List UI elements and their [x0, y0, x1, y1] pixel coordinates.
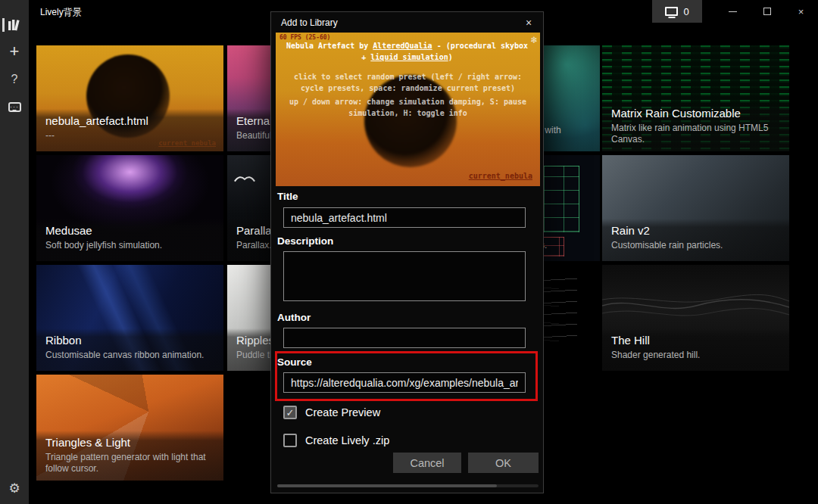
- checkbox-icon: [283, 434, 297, 447]
- author-field-label: Author: [277, 312, 311, 323]
- snowflake-icon: ❄: [531, 34, 537, 45]
- window-controls: 0 ×: [652, 0, 818, 23]
- wallpaper-preview[interactable]: 60 FPS (25-60) ❄ Nebula Artefact by Alte…: [276, 33, 540, 186]
- sidebar-item-add-wallpaper[interactable]: +: [0, 40, 29, 63]
- checkbox-label: Create Preview: [305, 406, 380, 418]
- tile-subtitle: Shader generated hill.: [611, 350, 780, 361]
- preview-title-text: Nebula Artefact by AlteredQualia - (proc…: [285, 41, 529, 63]
- tile-title: Matrix Rain Customizable: [611, 107, 780, 120]
- close-window-button[interactable]: ×: [784, 0, 818, 23]
- tile-title: Triangles & Light: [45, 436, 214, 449]
- tile-subtitle: Triangle pattern generator with light th…: [45, 452, 214, 474]
- preview-watermark-link[interactable]: current_nebula: [469, 172, 532, 180]
- tile-caption: The Hill Shader generated hill.: [602, 328, 789, 371]
- preview-help-line1: click to select random preset (left / ri…: [286, 72, 529, 94]
- description-input[interactable]: [283, 251, 526, 301]
- horizontal-scrollbar-track[interactable]: [277, 484, 539, 487]
- tile-title: Rain v2: [611, 224, 780, 237]
- title-field-label: Title: [277, 191, 298, 202]
- plus-icon: +: [10, 42, 20, 61]
- dialog-title: Add to Library: [281, 17, 338, 28]
- horizontal-scrollbar-thumb[interactable]: [277, 484, 497, 487]
- minimize-icon: [729, 11, 737, 12]
- tile-watermark: current_nebula: [158, 139, 216, 147]
- bird-icon: [233, 172, 256, 184]
- monitor-icon: [665, 7, 678, 16]
- checkbox-label: Create Lively .zip: [305, 434, 389, 446]
- tile-caption: Triangles & Light Triangle pattern gener…: [36, 431, 223, 481]
- sidebar-item-library[interactable]: [0, 14, 29, 36]
- title-input[interactable]: [283, 207, 526, 228]
- display-count: 0: [683, 6, 688, 17]
- source-input[interactable]: [283, 372, 526, 393]
- wallpaper-tile-matrix-rain[interactable]: Matrix Rain Customizable Matrix like rai…: [602, 45, 789, 151]
- sidebar: + ? ··· ⚙: [0, 0, 29, 504]
- cancel-button[interactable]: Cancel: [393, 453, 461, 473]
- close-icon: ×: [798, 6, 804, 17]
- minimize-button[interactable]: [716, 0, 750, 23]
- fps-counter: 60 FPS (25-60): [279, 34, 330, 41]
- sidebar-item-feedback[interactable]: ···: [0, 95, 29, 118]
- hill-waves-graphic: [602, 280, 789, 325]
- author-input[interactable]: [283, 328, 526, 348]
- gear-icon: ⚙: [8, 481, 20, 496]
- library-icon: [8, 19, 21, 31]
- tile-subtitle: Soft body jellyfish simulation.: [45, 240, 214, 251]
- checkbox-icon: ✓: [283, 406, 297, 419]
- liquid-simulation-link[interactable]: liquid simulation: [370, 53, 448, 61]
- check-icon: ✓: [286, 407, 295, 418]
- tile-subtitle: Customisable rain particles.: [611, 240, 780, 251]
- app-title: Lively背景: [40, 6, 82, 19]
- tile-caption: Ribbon Customisable canvas ribbon animat…: [36, 328, 223, 371]
- display-selector-button[interactable]: 0: [652, 0, 702, 23]
- tile-title: The Hill: [611, 334, 780, 347]
- wallpaper-tile-ribbon[interactable]: Ribbon Customisable canvas ribbon animat…: [36, 265, 223, 371]
- create-lively-zip-checkbox[interactable]: Create Lively .zip: [283, 434, 389, 447]
- app-window: Lively背景 0 × + ? ··· ⚙: [0, 0, 818, 504]
- maximize-icon: [763, 8, 771, 15]
- description-field-label: Description: [277, 235, 333, 247]
- tile-title: nebula_artefact.html: [45, 114, 214, 127]
- tile-caption: Rain v2 Customisable rain particles.: [602, 219, 789, 261]
- maximize-button[interactable]: [750, 0, 784, 23]
- feedback-icon: ···: [8, 102, 21, 112]
- tile-subtitle: Customisable canvas ribbon animation.: [45, 350, 214, 361]
- dialog-close-button[interactable]: ×: [517, 14, 540, 32]
- wallpaper-tile-nebula-artefact[interactable]: nebula_artefact.html --- current_nebula: [36, 45, 223, 151]
- create-preview-checkbox[interactable]: ✓ Create Preview: [283, 406, 380, 419]
- tile-title: Medusae: [45, 224, 214, 237]
- tile-subtitle: Matrix like rain animation using HTML5 C…: [611, 123, 780, 145]
- wallpaper-tile-triangles-light[interactable]: Triangles & Light Triangle pattern gener…: [36, 375, 223, 481]
- tile-title: Ribbon: [45, 334, 214, 347]
- sidebar-item-settings[interactable]: ⚙: [0, 477, 29, 499]
- tile-caption: Medusae Soft body jellyfish simulation.: [36, 219, 223, 261]
- wallpaper-tile-medusae[interactable]: Medusae Soft body jellyfish simulation.: [36, 155, 223, 261]
- tile-caption: Matrix Rain Customizable Matrix like rai…: [602, 101, 789, 151]
- preview-help-line2: up / down arrow: change simulation dampi…: [280, 97, 535, 119]
- add-to-library-dialog: Add to Library × 60 FPS (25-60) ❄ Nebula…: [270, 11, 544, 493]
- alteredqualia-link[interactable]: AlteredQualia: [373, 42, 432, 50]
- wallpaper-tile-the-hill[interactable]: The Hill Shader generated hill.: [602, 265, 789, 371]
- ok-button[interactable]: OK: [468, 453, 539, 473]
- wallpaper-tile-rain-v2[interactable]: Rain v2 Customisable rain particles.: [602, 155, 789, 261]
- help-icon: ?: [11, 73, 18, 86]
- source-field-label: Source: [277, 356, 312, 368]
- close-icon: ×: [526, 17, 532, 29]
- sidebar-item-help[interactable]: ?: [0, 68, 29, 91]
